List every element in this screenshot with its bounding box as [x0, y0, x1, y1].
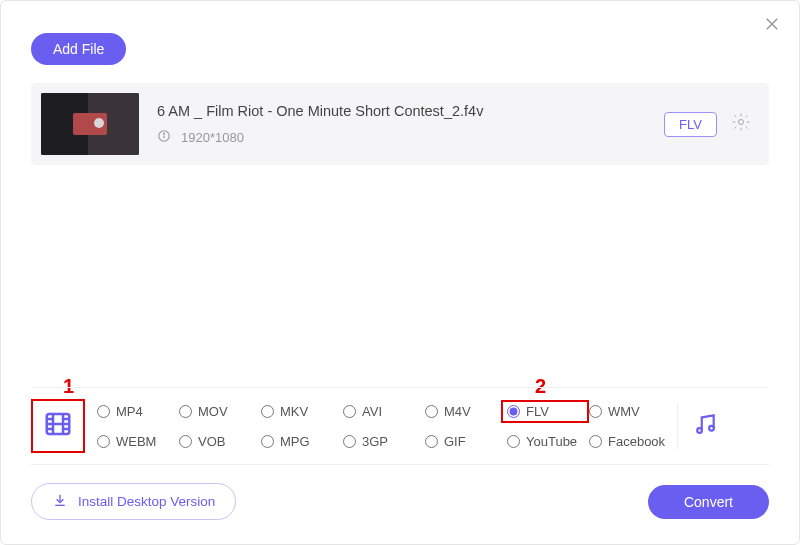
format-label: YouTube — [526, 434, 577, 449]
format-label: WMV — [608, 404, 640, 419]
file-info: 6 AM _ Film Riot - One Minute Short Cont… — [157, 103, 664, 146]
format-radio-m4v[interactable] — [425, 405, 438, 418]
format-radio-mpg[interactable] — [261, 435, 274, 448]
format-option-gif[interactable]: GIF — [425, 434, 507, 449]
svg-point-15 — [709, 426, 714, 431]
format-option-flv[interactable]: FLV — [501, 400, 589, 423]
format-option-3gp[interactable]: 3GP — [343, 434, 425, 449]
format-radio-mp4[interactable] — [97, 405, 110, 418]
format-label: MP4 — [116, 404, 143, 419]
format-option-youtube[interactable]: YouTube — [507, 434, 589, 449]
format-label: Facebook — [608, 434, 665, 449]
close-button[interactable] — [763, 15, 781, 37]
file-meta: 1920*1080 — [157, 129, 664, 146]
format-option-facebook[interactable]: Facebook — [589, 434, 671, 449]
format-option-mp4[interactable]: MP4 — [97, 404, 179, 419]
svg-point-4 — [164, 133, 165, 134]
top-area: Add File 6 AM _ Film Riot - One Minute S… — [1, 1, 799, 165]
format-radio-avi[interactable] — [343, 405, 356, 418]
output-format-chip[interactable]: FLV — [664, 112, 717, 137]
video-thumbnail[interactable] — [41, 93, 139, 155]
music-icon — [692, 423, 718, 440]
format-radio-facebook[interactable] — [589, 435, 602, 448]
file-actions: FLV — [664, 112, 751, 137]
format-radio-wmv[interactable] — [589, 405, 602, 418]
film-icon — [43, 409, 73, 443]
close-icon — [763, 19, 781, 36]
format-option-vob[interactable]: VOB — [179, 434, 261, 449]
format-radio-gif[interactable] — [425, 435, 438, 448]
bottom-panel: MP4MOVMKVAVIM4VFLVWMVWEBMVOBMPG3GPGIFYou… — [1, 387, 799, 544]
format-radio-vob[interactable] — [179, 435, 192, 448]
format-label: MKV — [280, 404, 308, 419]
format-radio-mov[interactable] — [179, 405, 192, 418]
format-label: MOV — [198, 404, 228, 419]
format-option-mkv[interactable]: MKV — [261, 404, 343, 419]
app-window: Add File 6 AM _ Film Riot - One Minute S… — [0, 0, 800, 545]
file-card: 6 AM _ Film Riot - One Minute Short Cont… — [31, 83, 769, 165]
file-title: 6 AM _ Film Riot - One Minute Short Cont… — [157, 103, 664, 119]
svg-point-14 — [697, 428, 702, 433]
format-label: MPG — [280, 434, 310, 449]
gear-icon — [731, 118, 751, 135]
format-label: M4V — [444, 404, 471, 419]
format-label: AVI — [362, 404, 382, 419]
formats-grid: MP4MOVMKVAVIM4VFLVWMVWEBMVOBMPG3GPGIFYou… — [97, 398, 671, 454]
format-option-webm[interactable]: WEBM — [97, 434, 179, 449]
file-resolution: 1920*1080 — [181, 130, 244, 145]
format-radio-3gp[interactable] — [343, 435, 356, 448]
format-label: GIF — [444, 434, 466, 449]
format-option-avi[interactable]: AVI — [343, 404, 425, 419]
format-option-mpg[interactable]: MPG — [261, 434, 343, 449]
format-option-wmv[interactable]: WMV — [589, 404, 671, 419]
format-radio-mkv[interactable] — [261, 405, 274, 418]
svg-point-5 — [739, 120, 744, 125]
info-icon[interactable] — [157, 129, 171, 146]
video-formats-tab[interactable] — [31, 399, 85, 453]
download-icon — [52, 492, 68, 511]
format-option-mov[interactable]: MOV — [179, 404, 261, 419]
format-label: WEBM — [116, 434, 156, 449]
format-label: 3GP — [362, 434, 388, 449]
convert-button[interactable]: Convert — [648, 485, 769, 519]
format-radio-flv[interactable] — [507, 405, 520, 418]
format-label: FLV — [526, 404, 549, 419]
add-file-button[interactable]: Add File — [31, 33, 126, 65]
format-radio-webm[interactable] — [97, 435, 110, 448]
divider — [677, 403, 678, 449]
footer-row: Install Desktop Version Convert — [31, 483, 769, 520]
format-radio-youtube[interactable] — [507, 435, 520, 448]
format-label: VOB — [198, 434, 225, 449]
install-desktop-button[interactable]: Install Desktop Version — [31, 483, 236, 520]
install-desktop-label: Install Desktop Version — [78, 494, 215, 509]
formats-bar: MP4MOVMKVAVIM4VFLVWMVWEBMVOBMPG3GPGIFYou… — [31, 387, 769, 465]
audio-formats-tab[interactable] — [692, 411, 718, 441]
format-option-m4v[interactable]: M4V — [425, 404, 507, 419]
settings-button[interactable] — [731, 112, 751, 136]
